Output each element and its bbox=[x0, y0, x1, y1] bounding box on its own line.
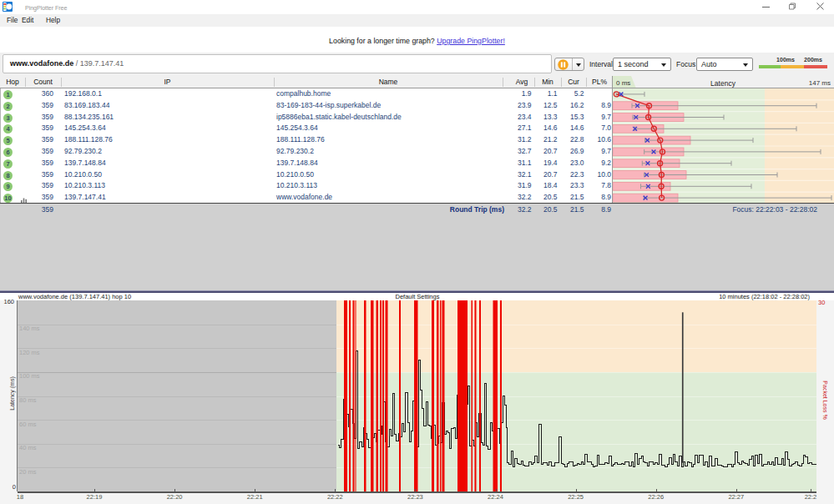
svg-text:147 ms: 147 ms bbox=[809, 79, 831, 87]
svg-text:Latency: Latency bbox=[710, 79, 736, 88]
svg-text:0 ms: 0 ms bbox=[616, 79, 630, 87]
